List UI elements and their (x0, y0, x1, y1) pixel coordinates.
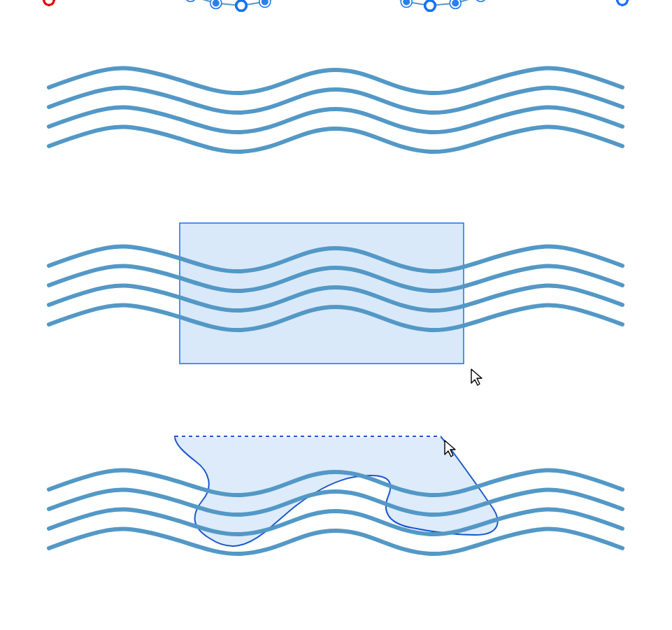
diagram-canvas (0, 0, 672, 630)
anchor-unselected[interactable] (236, 1, 246, 10)
cursor-icon (471, 369, 482, 385)
panel-B (44, 0, 627, 385)
anchor-ring[interactable] (476, 0, 487, 1)
path-end-anchor[interactable] (617, 0, 627, 5)
anchor-unselected[interactable] (425, 1, 435, 10)
path-start-anchor[interactable] (44, 0, 54, 5)
wave-path (49, 529, 622, 554)
anchor-ring[interactable] (185, 0, 196, 1)
handle-polyline (140, 0, 531, 6)
selection-rect[interactable] (180, 223, 464, 364)
panel-A (44, 0, 627, 11)
wave-path (49, 127, 622, 152)
